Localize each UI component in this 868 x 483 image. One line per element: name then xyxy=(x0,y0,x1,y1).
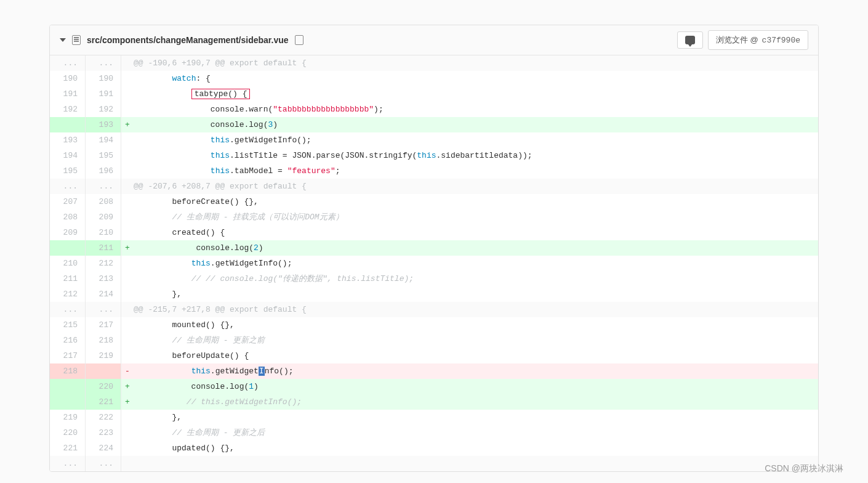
code-content: this.getWidgetInfo(); xyxy=(134,132,818,148)
diff-marker xyxy=(121,410,134,425)
diff-line[interactable]: 191191 tabtype() { xyxy=(50,86,818,102)
old-line-number: 194 xyxy=(50,148,86,163)
code-content: }, xyxy=(134,286,818,302)
diff-marker xyxy=(121,148,134,163)
code-content: beforeUpdate() { xyxy=(134,348,818,363)
new-line-number: ... xyxy=(86,179,121,194)
diff-marker xyxy=(121,256,134,271)
new-line-number: ... xyxy=(86,302,121,317)
diff-line[interactable]: 192192 console.warn("tabbbbbbbbbbbbbbbbb… xyxy=(50,102,818,117)
diff-marker xyxy=(121,425,134,440)
diff-line[interactable]: 207208 beforeCreate() {}, xyxy=(50,194,818,209)
code-content: console.log(3) xyxy=(134,117,818,132)
old-line-number: 218 xyxy=(50,363,86,379)
diff-line[interactable]: 211+ console.log(2) xyxy=(50,240,818,256)
new-line-number xyxy=(86,363,121,379)
code-content: this.listTitle = JSON.parse(JSON.stringi… xyxy=(134,148,818,163)
code-content: this.tabModel = "features"; xyxy=(134,163,818,179)
diff-marker xyxy=(121,225,134,240)
code-content: console.log(2) xyxy=(134,240,818,256)
diff-line[interactable]: 208209 // 生命周期 - 挂载完成（可以访问DOM元素） xyxy=(50,209,818,225)
code-content: // 生命周期 - 更新之前 xyxy=(134,333,818,348)
old-line-number: 211 xyxy=(50,271,86,286)
copy-path-icon[interactable] xyxy=(295,35,303,45)
diff-marker xyxy=(121,71,134,86)
old-line-number: 195 xyxy=(50,163,86,179)
diff-line[interactable]: 216218 // 生命周期 - 更新之前 xyxy=(50,333,818,348)
diff-marker xyxy=(121,271,134,286)
code-content: this.getWidgetInfo(); xyxy=(134,256,818,271)
diff-marker xyxy=(121,456,134,471)
code-content xyxy=(134,456,818,471)
code-content: // this.getWidgetInfo(); xyxy=(134,394,818,410)
new-line-number: 214 xyxy=(86,286,121,302)
code-content: // 生命周期 - 更新之后 xyxy=(134,425,818,440)
old-line-number xyxy=(50,240,86,256)
code-content: }, xyxy=(134,410,818,425)
diff-line[interactable]: 193194 this.getWidgetInfo(); xyxy=(50,132,818,148)
diff-line[interactable]: 217219 beforeUpdate() { xyxy=(50,348,818,363)
diff-line[interactable]: 221+ // this.getWidgetInfo(); xyxy=(50,394,818,410)
comment-button[interactable] xyxy=(677,31,703,49)
diff-line[interactable]: 219222 }, xyxy=(50,410,818,425)
new-line-number: ... xyxy=(86,456,121,471)
code-content: @@ -207,6 +208,7 @@ export default { xyxy=(134,179,818,194)
diff-line[interactable]: 211213 // // console.log("传递的数据", this.l… xyxy=(50,271,818,286)
new-line-number: 220 xyxy=(86,379,121,394)
old-line-number: 217 xyxy=(50,348,86,363)
diff-marker: + xyxy=(121,379,134,394)
old-line-number: 210 xyxy=(50,256,86,271)
diff-line[interactable]: ......@@ -190,6 +190,7 @@ export default… xyxy=(50,55,818,71)
old-line-number: 191 xyxy=(50,86,86,102)
diff-line[interactable]: 215217 mounted() {}, xyxy=(50,317,818,333)
diff-header-right: 浏览文件 @ c37f990e xyxy=(677,30,808,50)
code-content: tabtype() { xyxy=(134,86,818,102)
new-line-number: 212 xyxy=(86,256,121,271)
diff-line[interactable]: ...... xyxy=(50,456,818,471)
new-line-number: 213 xyxy=(86,271,121,286)
old-line-number: 208 xyxy=(50,209,86,225)
old-line-number: 193 xyxy=(50,132,86,148)
diff-line[interactable]: 193+ console.log(3) xyxy=(50,117,818,132)
diff-marker xyxy=(121,102,134,117)
code-content: console.log(1) xyxy=(134,379,818,394)
diff-line[interactable]: ......@@ -215,7 +217,8 @@ export default… xyxy=(50,302,818,317)
diff-line[interactable]: 209210 created() { xyxy=(50,225,818,240)
new-line-number: 209 xyxy=(86,209,121,225)
new-line-number: 196 xyxy=(86,163,121,179)
diff-line[interactable]: 218- this.getWidgetInfo(); xyxy=(50,363,818,379)
new-line-number: 195 xyxy=(86,148,121,163)
diff-line[interactable]: ......@@ -207,6 +208,7 @@ export default… xyxy=(50,179,818,194)
code-content: watch: { xyxy=(134,71,818,86)
diff-container: src/components/changeManagement/sidebar.… xyxy=(49,25,819,472)
browse-file-button[interactable]: 浏览文件 @ c37f990e xyxy=(708,30,808,50)
new-line-number: 192 xyxy=(86,102,121,117)
diff-marker xyxy=(121,209,134,225)
new-line-number: 218 xyxy=(86,333,121,348)
new-line-number: 211 xyxy=(86,240,121,256)
diff-line[interactable]: 194195 this.listTitle = JSON.parse(JSON.… xyxy=(50,148,818,163)
old-line-number: ... xyxy=(50,456,86,471)
old-line-number: 192 xyxy=(50,102,86,117)
diff-line[interactable]: 220+ console.log(1) xyxy=(50,379,818,394)
diff-line[interactable]: 195196 this.tabModel = "features"; xyxy=(50,163,818,179)
diff-line[interactable]: 220223 // 生命周期 - 更新之后 xyxy=(50,425,818,440)
new-line-number: 217 xyxy=(86,317,121,333)
code-content: created() { xyxy=(134,225,818,240)
diff-line[interactable]: 212214 }, xyxy=(50,286,818,302)
diff-marker xyxy=(121,132,134,148)
new-line-number: 219 xyxy=(86,348,121,363)
old-line-number xyxy=(50,117,86,132)
new-line-number: 193 xyxy=(86,117,121,132)
new-line-number: 194 xyxy=(86,132,121,148)
diff-line[interactable]: 221224 updated() {}, xyxy=(50,440,818,456)
new-line-number: 224 xyxy=(86,440,121,456)
diff-marker: - xyxy=(121,363,134,379)
old-line-number: 209 xyxy=(50,225,86,240)
file-icon xyxy=(72,35,81,45)
old-line-number: 190 xyxy=(50,71,86,86)
diff-line[interactable]: 190190 watch: { xyxy=(50,71,818,86)
old-line-number: 212 xyxy=(50,286,86,302)
collapse-caret-icon[interactable] xyxy=(60,38,66,42)
diff-line[interactable]: 210212 this.getWidgetInfo(); xyxy=(50,256,818,271)
